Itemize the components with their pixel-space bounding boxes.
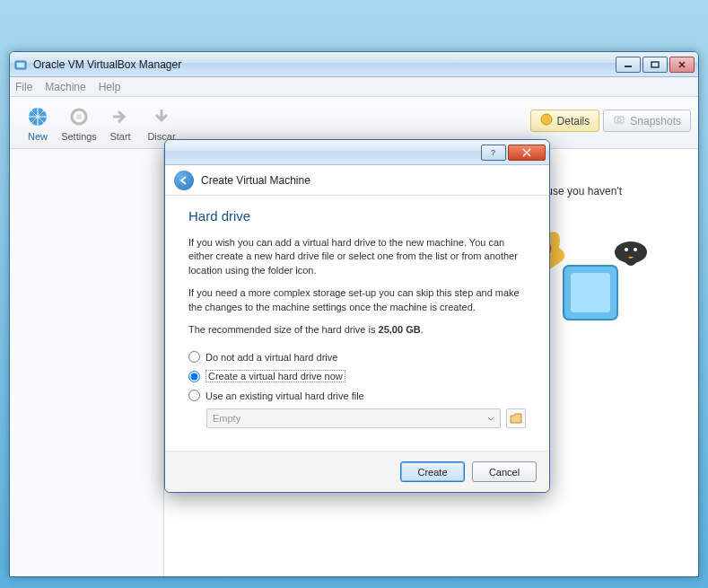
dialog-para1: If you wish you can add a virtual hard d… xyxy=(188,236,526,277)
maximize-button[interactable] xyxy=(642,57,668,73)
dialog-header: Create Virtual Machine xyxy=(165,165,549,196)
toolbar-discard[interactable]: Discar xyxy=(141,104,182,142)
svg-point-15 xyxy=(617,118,621,122)
svg-point-19 xyxy=(625,248,628,251)
dialog-help-button[interactable]: ? xyxy=(481,145,506,161)
toolbar-settings-label: Settings xyxy=(61,131,97,142)
window-title: Oracle VM VirtualBox Manager xyxy=(33,58,616,71)
existing-drive-row: Empty xyxy=(206,408,526,428)
create-button[interactable]: Create xyxy=(400,461,465,482)
svg-point-13 xyxy=(541,114,552,125)
snapshots-icon xyxy=(613,113,625,128)
discard-icon xyxy=(149,104,174,129)
dialog-close-button[interactable] xyxy=(508,145,546,161)
tab-details[interactable]: Details xyxy=(530,110,600,132)
vm-list-panel xyxy=(10,149,164,576)
toolbar-settings[interactable]: Settings xyxy=(58,104,100,142)
dialog-title: Create Virtual Machine xyxy=(201,174,310,187)
cancel-button[interactable]: Cancel xyxy=(472,461,537,482)
tab-snapshots-label: Snapshots xyxy=(630,115,681,127)
svg-rect-1 xyxy=(17,63,24,67)
titlebar: Oracle VM VirtualBox Manager xyxy=(10,52,698,77)
toolbar-new-label: New xyxy=(28,131,48,142)
create-vm-dialog: ? Create Virtual Machine Hard drive If y… xyxy=(164,139,550,493)
new-icon xyxy=(25,104,50,129)
menu-help[interactable]: Help xyxy=(99,81,121,93)
dialog-titlebar: ? xyxy=(165,140,549,165)
app-icon xyxy=(13,57,28,72)
radio-no-drive[interactable]: Do not add a virtual hard drive xyxy=(188,347,526,366)
radio-no-drive-input[interactable] xyxy=(188,351,200,363)
toolbar-start[interactable]: Start xyxy=(100,104,141,142)
dialog-body: Hard drive If you wish you can add a vir… xyxy=(165,196,549,437)
svg-point-20 xyxy=(634,248,637,251)
hard-drive-radio-group: Do not add a virtual hard drive Create a… xyxy=(188,347,526,428)
svg-rect-3 xyxy=(651,62,659,67)
radio-existing-drive-label: Use an existing virtual hard drive file xyxy=(205,391,364,401)
start-icon xyxy=(108,104,133,129)
browse-folder-button[interactable] xyxy=(506,408,526,428)
svg-rect-17 xyxy=(571,273,610,312)
radio-existing-drive-input[interactable] xyxy=(188,390,200,401)
radio-create-drive[interactable]: Create a virtual hard drive now xyxy=(188,366,526,386)
existing-drive-combo[interactable]: Empty xyxy=(206,408,501,428)
gear-icon xyxy=(66,104,92,129)
toolbar-new[interactable]: New xyxy=(17,104,58,142)
folder-icon xyxy=(510,413,522,424)
dialog-para3: The recommended size of the hard drive i… xyxy=(188,323,526,337)
chevron-down-icon xyxy=(487,413,494,424)
dialog-heading: Hard drive xyxy=(188,208,526,224)
svg-point-12 xyxy=(76,114,82,119)
radio-create-drive-input[interactable] xyxy=(188,371,200,382)
combo-value: Empty xyxy=(213,413,240,424)
toolbar-start-label: Start xyxy=(109,131,130,142)
radio-no-drive-label: Do not add a virtual hard drive xyxy=(205,352,337,363)
radio-existing-drive[interactable]: Use an existing virtual hard drive file xyxy=(188,386,526,405)
tab-snapshots[interactable]: Snapshots xyxy=(603,110,691,132)
menu-file[interactable]: File xyxy=(15,81,32,93)
back-arrow-icon xyxy=(179,175,189,186)
minimize-button[interactable] xyxy=(616,57,641,73)
dialog-para2: If you need a more complex storage set-u… xyxy=(188,286,526,314)
dialog-footer: Create Cancel xyxy=(165,451,549,492)
menubar: File Machine Help xyxy=(10,77,698,97)
details-icon xyxy=(540,113,553,128)
menu-machine[interactable]: Machine xyxy=(45,81,85,93)
svg-text:?: ? xyxy=(491,148,495,157)
back-button[interactable] xyxy=(174,171,194,190)
window-controls xyxy=(616,57,695,73)
close-button[interactable] xyxy=(669,57,695,73)
tab-details-label: Details xyxy=(557,115,590,127)
radio-create-drive-label: Create a virtual hard drive now xyxy=(205,370,345,382)
